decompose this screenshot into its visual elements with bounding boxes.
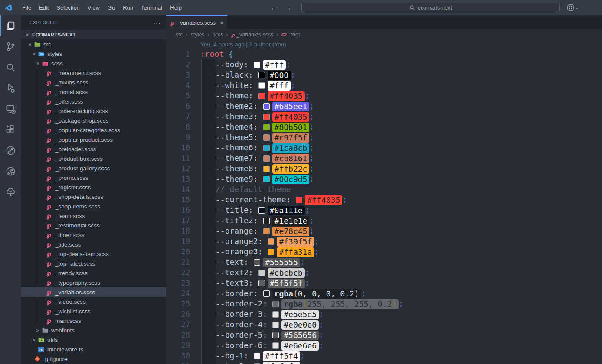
tree-item-_shop-details.scss[interactable]: ℘_shop-details.scss xyxy=(21,192,166,202)
color-swatch[interactable] xyxy=(258,93,265,99)
tree-item-_top-deals-item.scss[interactable]: ℘_top-deals-item.scss xyxy=(21,249,166,259)
tree-item-_mixins.scss[interactable]: ℘_mixins.scss xyxy=(21,78,166,87)
color-swatch[interactable] xyxy=(254,353,260,359)
tree-item-_popular-product.scss[interactable]: ℘_popular-product.scss xyxy=(21,135,166,144)
color-swatch[interactable] xyxy=(268,249,274,255)
code-line-5[interactable]: 5--theme:#ff4035; xyxy=(166,91,602,101)
color-swatch[interactable] xyxy=(254,259,260,266)
menu-help[interactable]: Help xyxy=(166,0,186,15)
code-line-25[interactable]: 25--border-2:rgba(255, 255, 255, 0.2); xyxy=(166,299,602,309)
color-swatch[interactable] xyxy=(268,238,274,245)
tree-item-_title.scss[interactable]: ℘_title.scss xyxy=(21,240,166,249)
color-swatch[interactable] xyxy=(263,290,270,297)
tree-item-_top-rated.scss[interactable]: ℘_top-rated.scss xyxy=(21,259,166,268)
tree-item-_popular-categories.scss[interactable]: ℘_popular-categories.scss xyxy=(21,125,166,135)
code-line-29[interactable]: 29--border-6:#e6e6e6; xyxy=(166,340,602,351)
tree-item-_meanmenu.scss[interactable]: ℘_meanmenu.scss xyxy=(21,68,166,78)
tree-item-webfonts[interactable]: >webfonts xyxy=(21,325,166,335)
color-swatch[interactable] xyxy=(272,332,279,338)
breadcrumb-scss[interactable]: scss xyxy=(213,32,223,38)
color-swatch[interactable] xyxy=(272,311,279,318)
color-swatch[interactable] xyxy=(296,197,302,203)
tree-item-_testimonial.scss[interactable]: ℘_testimonial.scss xyxy=(21,221,166,230)
color-swatch[interactable] xyxy=(263,103,270,110)
menu-edit[interactable]: Edit xyxy=(35,0,52,15)
tree-item-_modal.scss[interactable]: ℘_modal.scss xyxy=(21,87,166,97)
tree-item-_order-tracking.scss[interactable]: ℘_order-tracking.scss xyxy=(21,106,166,116)
color-swatch[interactable] xyxy=(258,280,265,286)
tree-item-_offer.scss[interactable]: ℘_offer.scss xyxy=(21,97,166,106)
breadcrumb-styles[interactable]: styles xyxy=(191,32,205,38)
tree-item-middleware.ts[interactable]: TSmiddleware.ts xyxy=(21,344,166,354)
tree-item-_variables.scss[interactable]: ℘_variables.scss xyxy=(21,287,166,297)
tree-root-ecomarts-next[interactable]: > ECOMARTS-NEXT xyxy=(21,30,166,39)
tree-item-scss[interactable]: >℘scss xyxy=(21,58,166,68)
color-swatch[interactable] xyxy=(263,114,270,120)
tree-item-styles[interactable]: >styles xyxy=(21,49,166,58)
menu-run[interactable]: Run xyxy=(119,0,137,15)
code-line-12[interactable]: 12--theme8:#ffb22c; xyxy=(166,163,602,174)
commit-search-icon[interactable] xyxy=(0,161,21,182)
color-swatch[interactable] xyxy=(272,301,279,307)
tree-item-_package-shop.scss[interactable]: ℘_package-shop.scss xyxy=(21,116,166,125)
remote-explorer-icon[interactable] xyxy=(0,98,21,119)
code-line-3[interactable]: 3--black:#000; xyxy=(166,70,602,80)
color-swatch[interactable] xyxy=(254,62,260,68)
code-line-26[interactable]: 26--border-3:#e5e5e5; xyxy=(166,309,602,319)
code-line-13[interactable]: 13--theme9:#00c9d5; xyxy=(166,174,602,184)
search-icon[interactable] xyxy=(0,57,21,78)
code-line-9[interactable]: 9--theme5:#c97f5f; xyxy=(166,132,602,143)
tab-variables-scss[interactable]: ℘ _variables.scss × xyxy=(166,15,228,29)
todo-tree-icon[interactable] xyxy=(0,182,21,202)
breadcrumb-src[interactable]: src xyxy=(176,32,183,38)
color-swatch[interactable] xyxy=(263,134,270,141)
code-line-2[interactable]: 2--body:#fff; xyxy=(166,59,602,70)
tree-item-_shop-items.scss[interactable]: ℘_shop-items.scss xyxy=(21,202,166,211)
tree-item-_typography.scss[interactable]: ℘_typography.scss xyxy=(21,278,166,287)
code-line-30[interactable]: 30--bg-1:#fff5f4; xyxy=(166,351,602,361)
color-swatch[interactable] xyxy=(258,207,265,214)
color-swatch[interactable] xyxy=(258,72,265,78)
color-swatch[interactable] xyxy=(263,218,270,224)
color-swatch[interactable] xyxy=(263,176,270,182)
tree-item-_product-box.scss[interactable]: ℘_product-box.scss xyxy=(21,154,166,163)
command-center-search[interactable]: ecomarts-next xyxy=(301,3,560,13)
code-line-24[interactable]: 24--border:rgba(0, 0, 0, 0.2); xyxy=(166,288,602,299)
explorer-icon[interactable] xyxy=(0,15,21,36)
chevron-down-icon[interactable]: ⌄ xyxy=(575,5,579,10)
menu-selection[interactable]: Selection xyxy=(52,0,83,15)
explorer-more-actions-icon[interactable]: ··· xyxy=(153,19,161,26)
gitlens-blame-codelens[interactable]: You, 4 hours ago | 1 author (You) xyxy=(166,40,602,49)
code-line-31[interactable]: 31--bg-2:#f1f1f1; xyxy=(166,361,602,364)
tree-item-_promo.scss[interactable]: ℘_promo.scss xyxy=(21,173,166,182)
code-line-7[interactable]: 7--theme3:#ff4035; xyxy=(166,111,602,122)
tree-item-main.scss[interactable]: ℘main.scss xyxy=(21,316,166,325)
extensions-icon[interactable] xyxy=(0,119,21,140)
color-swatch[interactable] xyxy=(272,322,279,328)
breadcrumb--root[interactable]: :root xyxy=(281,32,300,38)
forward-arrow-icon[interactable]: → xyxy=(284,4,292,12)
tree-item-_video.scss[interactable]: ℘_video.scss xyxy=(21,297,166,306)
tree-item-_team.scss[interactable]: ℘_team.scss xyxy=(21,211,166,221)
tree-item-_preloader.scss[interactable]: ℘_preloader.scss xyxy=(21,144,166,154)
code-line-14[interactable]: 14// default theme xyxy=(166,184,602,195)
tree-item-utils[interactable]: >utils xyxy=(21,335,166,344)
code-line-22[interactable]: 22--text2:#cbcbcb; xyxy=(166,267,602,278)
code-line-27[interactable]: 27--border-4:#e0e0e0; xyxy=(166,319,602,330)
menu-terminal[interactable]: Terminal xyxy=(137,0,166,15)
code-line-28[interactable]: 28--border-5:#565656; xyxy=(166,330,602,340)
code-line-8[interactable]: 8--theme4:#80b501; xyxy=(166,122,602,132)
code-line-20[interactable]: 20--orange3:#ffa31a; xyxy=(166,247,602,257)
code-line-6[interactable]: 6--theme2:#685ee1; xyxy=(166,101,602,111)
color-swatch[interactable] xyxy=(272,342,279,349)
color-swatch[interactable] xyxy=(263,124,270,130)
back-arrow-icon[interactable]: ← xyxy=(270,4,278,12)
code-line-1[interactable]: 1:root { xyxy=(166,49,602,59)
color-swatch[interactable] xyxy=(263,228,270,234)
close-icon[interactable]: × xyxy=(220,19,224,26)
tree-item-_product-gallery.scss[interactable]: ℘_product-gallery.scss xyxy=(21,163,166,173)
code-line-11[interactable]: 11--theme7:#cb8161; xyxy=(166,153,602,163)
color-swatch[interactable] xyxy=(258,270,265,276)
menu-file[interactable]: File xyxy=(18,0,35,15)
code-line-19[interactable]: 19--orange2:#f39f5f; xyxy=(166,236,602,247)
